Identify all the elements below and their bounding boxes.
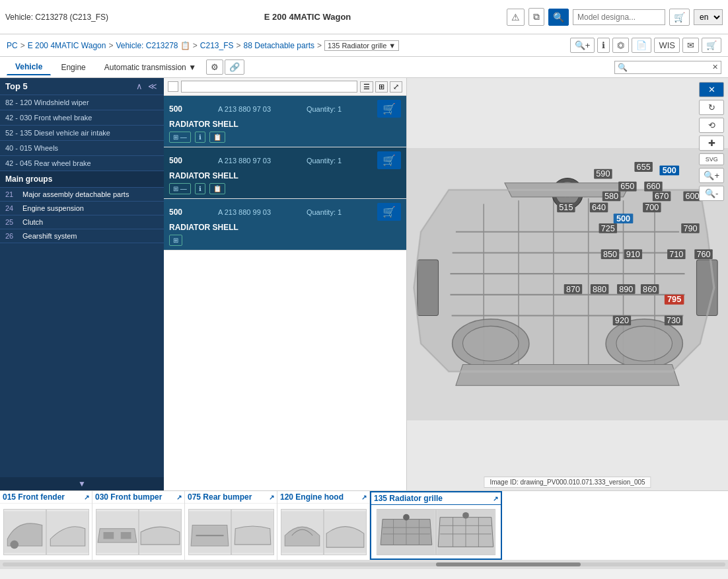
diagram-image[interactable]: ★ 655 (407, 78, 728, 490)
parts-list: ☰ ⊞ ⤢ 500 A 213 880 97 03 Quantity: 1 🛒 … (164, 78, 407, 490)
top5-item[interactable]: 82 - 120 Windshield wiper (0, 95, 164, 110)
breadcrumb-vehicle[interactable]: Vehicle: C213278 📋 (116, 41, 190, 50)
group-item[interactable]: 25 Clutch (0, 215, 164, 229)
svg-text:730: 730 (667, 316, 680, 325)
scroll-down-btn[interactable]: ▼ (78, 479, 86, 488)
image-id: Image ID: drawing_PV000.010.071.333_vers… (484, 477, 651, 488)
tab-settings-btn[interactable]: ⚙ (206, 59, 223, 75)
part-table-btn[interactable]: ⊞ — (169, 132, 191, 143)
top5-item[interactable]: 42 - 030 Front wheel brake (0, 110, 164, 126)
info-btn[interactable]: ℹ (597, 38, 610, 53)
cross-btn[interactable]: ✚ (699, 135, 724, 151)
search-toggle-btn[interactable]: 🔍 (548, 9, 569, 26)
warning-icon-btn[interactable]: ⚠ (507, 9, 525, 26)
top-bar-actions: ⚠ ⧉ 🔍 🛒 en de fr (507, 8, 723, 26)
add-to-cart-btn[interactable]: 🛒 (377, 151, 401, 169)
scroll-down-indicator: ▼ (0, 477, 164, 490)
part-item: 500 A 213 880 97 03 Quantity: 1 🛒 RADIAT… (164, 96, 406, 147)
thumb-015[interactable]: 015 Front fender ↗ (0, 491, 92, 560)
svg-text:920: 920 (615, 316, 629, 325)
svg-text:760: 760 (696, 250, 710, 259)
groups-list: 21 Major assembly detachable parts 24 En… (0, 188, 164, 477)
tab-auto-trans[interactable]: Automatic transmission ▼ (96, 59, 205, 75)
top5-collapse-btn[interactable]: ∧ (135, 81, 144, 91)
top5-list: 82 - 120 Windshield wiper 42 - 030 Front… (0, 95, 164, 171)
svg-text:655: 655 (637, 163, 651, 172)
top5-item[interactable]: 40 - 015 Wheels (0, 141, 164, 156)
list-view-btn[interactable]: ☰ (360, 81, 373, 93)
tab-engine[interactable]: Engine (52, 59, 94, 75)
parts-toolbar: ☰ ⊞ ⤢ (164, 78, 406, 96)
grid-view-btn[interactable]: ⊞ (375, 81, 388, 93)
color-picker[interactable] (168, 81, 178, 92)
svg-text:650: 650 (620, 182, 634, 191)
top5-controls: ∧ ≪ (135, 81, 159, 91)
cart-icon-btn[interactable]: 🛒 (669, 9, 690, 26)
breadcrumb-fs[interactable]: C213_FS (200, 41, 234, 50)
add-to-cart-btn[interactable]: 🛒 (377, 100, 401, 118)
close-diagram-btn[interactable]: ✕ (699, 82, 724, 97)
expand-btn[interactable]: ⤢ (390, 81, 402, 93)
scrollbar-thumb[interactable] (436, 562, 581, 566)
cart-btn[interactable]: 🛒 (702, 38, 721, 53)
mail-btn[interactable]: ✉ (682, 38, 699, 53)
svg-text:600: 600 (686, 192, 700, 201)
zoom-in-btn[interactable]: 🔍+ (570, 38, 595, 53)
svg-point-18 (616, 326, 673, 361)
part-info-btn[interactable]: ℹ (195, 132, 205, 143)
part-doc-btn[interactable]: 📋 (209, 132, 225, 143)
group-item[interactable]: 24 Engine suspension (0, 202, 164, 215)
add-to-cart-btn[interactable]: 🛒 (377, 203, 401, 221)
svg-text:500: 500 (616, 214, 630, 223)
history-btn[interactable]: ⟲ (699, 118, 724, 133)
group-item[interactable]: 21 Major assembly detachable parts (0, 188, 164, 202)
vehicle-info: Vehicle: C213278 (C213_FS) (5, 13, 108, 22)
scrollbar-row[interactable] (0, 560, 728, 569)
wis-btn[interactable]: WIS (654, 38, 680, 53)
thumb-075[interactable]: 075 Rear bumper ↗ (185, 491, 277, 560)
part-table-btn[interactable]: ⊞ — (169, 183, 191, 194)
svg-text:725: 725 (601, 224, 615, 233)
search-clear-btn[interactable]: ✕ (712, 63, 718, 71)
docs-btn[interactable]: 📄 (632, 38, 651, 53)
rotate-btn[interactable]: ↻ (699, 100, 724, 115)
top5-item[interactable]: 42 - 045 Rear wheel brake (0, 156, 164, 171)
group-item[interactable]: 26 Gearshift system (0, 229, 164, 243)
part-info-btn[interactable]: ℹ (195, 183, 205, 194)
svg-btn[interactable]: SVG (699, 153, 724, 165)
top-bar: Vehicle: C213278 (C213_FS) E 200 4MATIC … (0, 0, 728, 34)
model-search-input[interactable] (573, 9, 665, 25)
tab-share-btn[interactable]: 🔗 (225, 59, 244, 75)
scrollbar-track[interactable] (3, 562, 725, 566)
parts-diagram-svg: ★ 655 (407, 78, 728, 490)
diagram-toolbar: ✕ ↻ ⟲ ✚ SVG 🔍+ 🔍- (699, 82, 724, 201)
zoom-out-diagram-btn[interactable]: 🔍- (699, 186, 724, 201)
thumb-135[interactable]: 135 Radiator grille ↗ (370, 491, 502, 560)
parts-search-input[interactable] (630, 63, 710, 72)
svg-text:910: 910 (626, 250, 640, 259)
svg-point-16 (463, 326, 519, 361)
parts-filter-input[interactable] (181, 81, 357, 93)
zoom-in-diagram-btn[interactable]: 🔍+ (699, 168, 724, 183)
top5-item[interactable]: 52 - 135 Diesel vehicle air intake (0, 126, 164, 141)
breadcrumb-pc[interactable]: PC (7, 41, 18, 50)
breadcrumb-grille-dropdown[interactable]: 135 Radiator grille ▼ (324, 40, 399, 51)
svg-point-89 (403, 514, 410, 520)
part-doc-btn[interactable]: 📋 (209, 183, 225, 194)
part-table-btn[interactable]: ⊞ (169, 235, 182, 246)
tabs: Vehicle Engine Automatic transmission ▼ … (7, 59, 244, 75)
top5-close-btn[interactable]: ≪ (147, 81, 159, 91)
breadcrumb-model[interactable]: E 200 4MATIC Wagon (28, 41, 106, 50)
breadcrumb-detachable[interactable]: 88 Detachable parts (244, 41, 314, 50)
copy-icon-btn[interactable]: ⧉ (528, 8, 544, 26)
thumb-030[interactable]: 030 Front bumper ↗ (92, 491, 185, 560)
svg-text:640: 640 (592, 203, 606, 212)
part-item: 500 A 213 880 97 03 Quantity: 1 🛒 RADIAT… (164, 147, 406, 199)
language-select[interactable]: en de fr (694, 9, 723, 25)
tab-vehicle[interactable]: Vehicle (7, 59, 51, 75)
svg-text:500: 500 (663, 166, 676, 175)
svg-point-72 (10, 540, 18, 549)
svg-text:710: 710 (669, 250, 683, 259)
thumb-120[interactable]: 120 Engine hood ↗ (277, 491, 370, 560)
filter-btn[interactable]: ⏣ (612, 38, 629, 53)
